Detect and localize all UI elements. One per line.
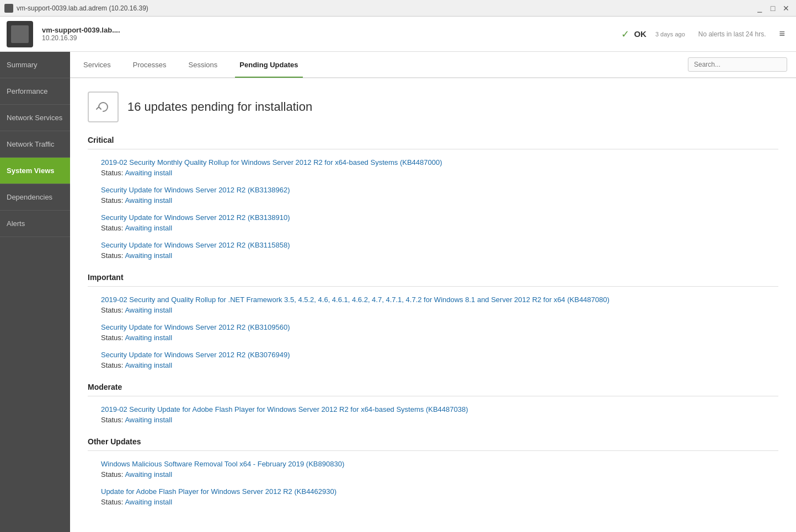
status-label: Status: (101, 361, 125, 369)
status-label: Status: (101, 306, 125, 314)
sidebar-item-network-services[interactable]: Network Services (0, 105, 70, 131)
time-ago: 3 days ago (655, 30, 690, 38)
header-bar: vm-support-0039.lab.... 10.20.16.39 ✓ OK… (0, 17, 796, 52)
section-title-critical: Critical (88, 136, 778, 144)
update-item: Security Update for Windows Server 2012 … (88, 351, 778, 369)
sidebar-item-performance[interactable]: Performance (0, 78, 70, 105)
updates-icon (88, 92, 119, 122)
tab-processes[interactable]: Processes (129, 53, 171, 78)
status-value[interactable]: Awaiting install (125, 306, 172, 314)
sidebar-item-summary[interactable]: Summary (0, 52, 70, 78)
update-status: Status: Awaiting install (101, 334, 778, 342)
sidebar-item-network-traffic[interactable]: Network Traffic (0, 131, 70, 158)
tab-bar: ServicesProcessesSessionsPending Updates (70, 52, 796, 78)
tab-sessions[interactable]: Sessions (184, 53, 222, 78)
status-value[interactable]: Awaiting install (125, 498, 172, 506)
host-status: ✓ OK (621, 28, 647, 40)
title-bar: vm-support-0039.lab.ad.adrem (10.20.16.3… (0, 0, 796, 17)
status-ok-label: OK (634, 29, 647, 39)
update-item: Security Update for Windows Server 2012 … (88, 323, 778, 342)
search-input[interactable] (688, 57, 787, 72)
status-value[interactable]: Awaiting install (125, 361, 172, 369)
close-button[interactable]: ✕ (781, 3, 792, 14)
status-value[interactable]: Awaiting install (125, 334, 172, 342)
update-item: Update for Adobe Flash Player for Window… (88, 487, 778, 506)
update-name[interactable]: Security Update for Windows Server 2012 … (101, 323, 778, 331)
status-value[interactable]: Awaiting install (125, 196, 172, 205)
update-item: Security Update for Windows Server 2012 … (88, 186, 778, 205)
update-name[interactable]: Security Update for Windows Server 2012 … (101, 351, 778, 359)
update-status: Status: Awaiting install (101, 416, 778, 424)
tab-services[interactable]: Services (79, 53, 115, 78)
status-label: Status: (101, 169, 125, 177)
update-name[interactable]: 2019-02 Security Update for Adobe Flash … (101, 405, 778, 413)
maximize-button[interactable]: □ (767, 3, 778, 14)
status-value[interactable]: Awaiting install (125, 251, 172, 260)
content-area: ServicesProcessesSessionsPending Updates… (70, 52, 796, 532)
update-item: 2019-02 Security Update for Adobe Flash … (88, 405, 778, 424)
status-value[interactable]: Awaiting install (125, 470, 172, 479)
menu-button[interactable]: ≡ (774, 26, 789, 42)
update-status: Status: Awaiting install (101, 196, 778, 205)
update-name[interactable]: 2019-02 Security and Quality Rollup for … (101, 295, 778, 304)
status-label: Status: (101, 251, 125, 260)
section-divider-critical (88, 149, 778, 149)
status-label: Status: (101, 470, 125, 479)
section-divider-other-updates (88, 450, 778, 451)
status-value[interactable]: Awaiting install (125, 416, 172, 424)
sections-container: Critical2019-02 Security Monthly Quality… (88, 136, 778, 506)
status-value[interactable]: Awaiting install (125, 224, 172, 232)
section-other-updates: Other UpdatesWindows Malicious Software … (88, 437, 778, 506)
status-label: Status: (101, 498, 125, 506)
section-important: Important2019-02 Security and Quality Ro… (88, 273, 778, 369)
host-ip: 10.20.16.39 (42, 34, 612, 42)
update-status: Status: Awaiting install (101, 498, 778, 506)
section-divider-important (88, 286, 778, 287)
update-status: Status: Awaiting install (101, 251, 778, 260)
window-controls: ⎯ □ ✕ (754, 3, 792, 14)
update-item: 2019-02 Security Monthly Quality Rollup … (88, 158, 778, 177)
host-info: vm-support-0039.lab.... 10.20.16.39 (42, 26, 612, 42)
update-name[interactable]: Update for Adobe Flash Player for Window… (101, 487, 778, 496)
status-label: Status: (101, 334, 125, 342)
section-critical: Critical2019-02 Security Monthly Quality… (88, 136, 778, 260)
update-item: Security Update for Windows Server 2012 … (88, 241, 778, 260)
window-title: vm-support-0039.lab.ad.adrem (10.20.16.3… (17, 4, 148, 12)
section-divider-moderate (88, 396, 778, 396)
status-label: Status: (101, 416, 125, 424)
updates-title: 16 updates pending for installation (127, 100, 312, 114)
update-item: 2019-02 Security and Quality Rollup for … (88, 295, 778, 314)
update-status: Status: Awaiting install (101, 470, 778, 479)
host-icon (7, 21, 33, 47)
update-status: Status: Awaiting install (101, 224, 778, 232)
update-name[interactable]: 2019-02 Security Monthly Quality Rollup … (101, 158, 778, 166)
section-moderate: Moderate2019-02 Security Update for Adob… (88, 383, 778, 424)
main-layout: SummaryPerformanceNetwork ServicesNetwor… (0, 52, 796, 532)
update-item: Windows Malicious Software Removal Tool … (88, 460, 778, 479)
status-label: Status: (101, 196, 125, 205)
minimize-button[interactable]: ⎯ (754, 3, 765, 14)
update-status: Status: Awaiting install (101, 306, 778, 314)
search-container (688, 57, 787, 72)
update-name[interactable]: Security Update for Windows Server 2012 … (101, 241, 778, 249)
section-title-important: Important (88, 273, 778, 282)
section-title-other-updates: Other Updates (88, 437, 778, 446)
hostname: vm-support-0039.lab.... (42, 26, 612, 34)
sidebar-item-dependencies[interactable]: Dependencies (0, 184, 70, 211)
alerts-info: No alerts in last 24 hrs. (698, 30, 766, 38)
sidebar-item-system-views[interactable]: System Views (0, 158, 70, 184)
update-name[interactable]: Windows Malicious Software Removal Tool … (101, 460, 778, 468)
update-name[interactable]: Security Update for Windows Server 2012 … (101, 186, 778, 194)
sidebar: SummaryPerformanceNetwork ServicesNetwor… (0, 52, 70, 532)
sidebar-item-alerts[interactable]: Alerts (0, 211, 70, 237)
status-value[interactable]: Awaiting install (125, 169, 172, 177)
section-title-moderate: Moderate (88, 383, 778, 391)
status-label: Status: (101, 224, 125, 232)
tab-pending-updates[interactable]: Pending Updates (235, 53, 302, 78)
updates-header: 16 updates pending for installation (88, 92, 778, 122)
update-name[interactable]: Security Update for Windows Server 2012 … (101, 213, 778, 222)
update-item: Security Update for Windows Server 2012 … (88, 213, 778, 232)
status-check-icon: ✓ (621, 28, 629, 40)
page-content: 16 updates pending for installation Crit… (70, 78, 796, 532)
update-status: Status: Awaiting install (101, 361, 778, 369)
